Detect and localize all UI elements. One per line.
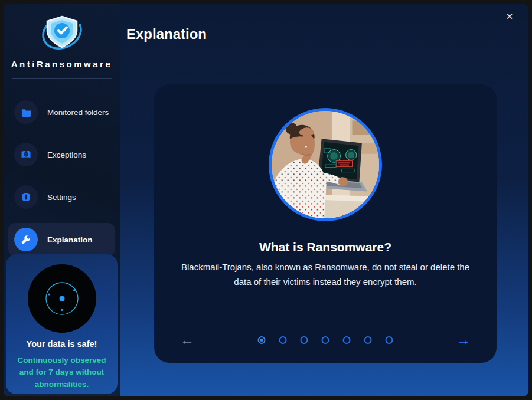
open-book-icon <box>14 143 38 166</box>
card-heading: What is Ransomware? <box>259 240 391 254</box>
page-dot-2[interactable] <box>279 336 287 344</box>
sidebar-item-label: Explanation <box>47 235 93 244</box>
window-controls: — ✕ <box>469 9 518 24</box>
sidebar: AntiRansomware Monitored folders <box>4 4 120 396</box>
main-content: — ✕ Explanation <box>120 4 528 396</box>
pagination-dots <box>258 336 393 344</box>
page-dot-4[interactable] <box>322 336 329 344</box>
sidebar-item-monitored-folders[interactable]: Monitored folders <box>8 96 115 129</box>
page-dot-6[interactable] <box>364 336 372 344</box>
close-button[interactable]: ✕ <box>501 9 518 24</box>
sidebar-item-settings[interactable]: Settings <box>8 181 115 214</box>
frustrated-user-illustration <box>272 111 379 218</box>
page-title: Explanation <box>126 26 207 42</box>
page-dot-7[interactable] <box>386 336 393 344</box>
next-arrow-icon[interactable]: → <box>453 333 474 347</box>
sidebar-item-explanation[interactable]: Explanation <box>8 223 115 256</box>
toggle-icon <box>14 185 38 209</box>
prev-arrow-icon[interactable]: ← <box>177 333 198 347</box>
radar-icon <box>27 264 97 333</box>
status-message: Continuously observed and for 7 days wit… <box>6 355 118 391</box>
sidebar-divider <box>12 78 112 79</box>
minimize-button[interactable]: — <box>469 9 486 24</box>
wrench-icon <box>14 228 38 251</box>
app-logo: AntiRansomware <box>4 4 120 69</box>
carousel-pager: ← → <box>154 331 497 349</box>
sidebar-item-label: Exceptions <box>47 150 86 159</box>
page-dot-5[interactable] <box>343 336 351 344</box>
explanation-card: What is Ransomware? Blackmail-Trojans, a… <box>154 84 497 363</box>
sidebar-item-label: Monitored folders <box>47 108 109 117</box>
folder-icon <box>14 100 38 124</box>
shield-check-icon <box>37 12 87 54</box>
sidebar-item-exceptions[interactable]: Exceptions <box>8 138 115 171</box>
ransomware-photo <box>269 108 382 221</box>
app-name: AntiRansomware <box>4 59 120 69</box>
protection-status-card: Your data is safe! Continuously observed… <box>6 254 118 394</box>
page-dot-1[interactable] <box>258 336 266 344</box>
status-title: Your data is safe! <box>27 339 97 349</box>
app-window: AntiRansomware Monitored folders <box>4 4 528 396</box>
page-dot-3[interactable] <box>301 336 308 344</box>
sidebar-item-label: Settings <box>47 193 76 202</box>
card-body-text: Blackmail-Trojans, also known as Ransomw… <box>172 260 479 290</box>
